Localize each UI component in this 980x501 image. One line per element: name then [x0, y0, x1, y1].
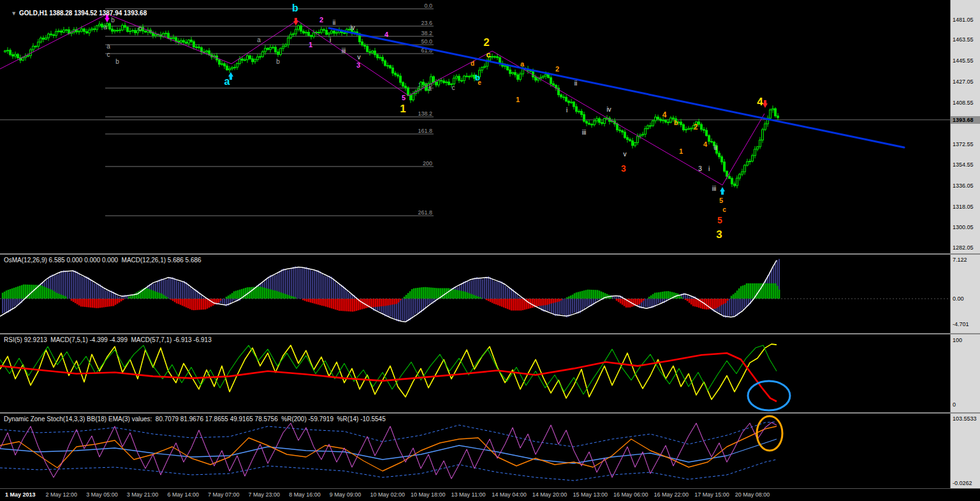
svg-text:50.0: 50.0 — [421, 38, 432, 45]
svg-text:23.6: 23.6 — [421, 20, 432, 26]
svg-text:161.8: 161.8 — [418, 128, 432, 134]
scale-label: 1282.05 — [953, 244, 974, 251]
wave-label: 5 — [717, 215, 722, 225]
wave-label: c — [486, 50, 490, 59]
wave-label: 2 — [555, 65, 559, 73]
scale-label: 1408.55 — [953, 100, 974, 106]
wave-label: ii — [333, 19, 335, 26]
wave-label: iv — [606, 106, 611, 113]
wave-label: iii — [342, 47, 346, 54]
svg-text:200: 200 — [423, 160, 432, 167]
wave-label: 1 — [679, 147, 683, 155]
scale-label: 100 — [953, 337, 962, 343]
wave-label: ii — [574, 80, 577, 87]
wave-label: 4 — [703, 140, 708, 148]
time-axis-label: 7 May 07:00 — [208, 491, 240, 498]
wave-label: 3 — [698, 165, 702, 172]
wave-label: c — [722, 206, 726, 213]
scale-label: 7.122 — [953, 257, 967, 263]
scale-label: 1318.05 — [953, 204, 974, 210]
panel-separator[interactable] — [0, 333, 980, 334]
highlight-ellipse-orange — [757, 416, 782, 451]
panel-separator[interactable] — [0, 253, 980, 255]
time-axis-label: 1 May 2013 — [5, 491, 36, 498]
wave-label: i — [566, 107, 567, 114]
time-axis-label: 14 May 20:00 — [532, 491, 567, 498]
scale-label: 1463.55 — [953, 36, 974, 43]
wave-label: v — [624, 151, 627, 158]
scale-label: 1300.05 — [953, 224, 974, 230]
wave-label: 3 — [716, 228, 722, 241]
time-axis-label: 13 May 11:00 — [451, 491, 486, 498]
sell-arrow-icon — [105, 15, 110, 22]
scale-label: -0.0262 — [953, 480, 972, 486]
price-scale[interactable]: 1481.051463.551445.551427.051408.551372.… — [950, 0, 980, 488]
wave-label: b — [276, 58, 280, 65]
time-axis-label: 16 May 22:00 — [654, 491, 689, 498]
scale-label: 1481.05 — [953, 17, 974, 23]
wave-label: c — [452, 84, 455, 91]
buy-arrow-icon — [720, 187, 725, 195]
time-axis-label: 20 May 08:00 — [735, 491, 770, 498]
time-axis-label: 2 May 12:00 — [46, 491, 78, 498]
scale-label: -4.701 — [953, 321, 969, 327]
wave-label: b — [292, 3, 298, 13]
time-axis-label: 16 May 06:00 — [613, 491, 648, 498]
time-axis-label: 6 May 14:00 — [167, 491, 199, 498]
svg-text:38.2: 38.2 — [421, 30, 432, 36]
time-axis-label: 7 May 23:00 — [249, 491, 281, 498]
wave-label: 4 — [384, 31, 389, 38]
wave-label: 5 — [719, 197, 723, 204]
scale-label: 0.00 — [953, 295, 964, 302]
chart-canvas[interactable]: 0.023.638.250.061.8100.0138.2161.8200261… — [0, 0, 950, 488]
wave-label: 2 — [694, 123, 698, 131]
time-axis-label: 8 May 16:00 — [289, 491, 321, 498]
time-axis-label: 15 May 13:00 — [573, 491, 608, 498]
wave-label: a — [257, 36, 261, 43]
scale-label: 1336.05 — [953, 183, 974, 189]
sell-arrow-icon — [293, 18, 298, 26]
scale-label: 1354.55 — [953, 161, 974, 168]
scale-label: 1372.55 — [953, 141, 974, 147]
wave-label: c — [138, 25, 142, 32]
wave-label: i — [330, 36, 331, 43]
svg-text:261.8: 261.8 — [418, 209, 432, 216]
time-axis-label: 10 May 18:00 — [411, 491, 446, 498]
wave-label: iv — [350, 24, 355, 31]
wave-label: b — [674, 119, 678, 126]
wave-label: 5 — [402, 94, 406, 101]
time-axis-label: 14 May 04:00 — [492, 491, 527, 498]
scale-label: 103.5533 — [953, 415, 977, 422]
wave-label: b — [115, 58, 119, 65]
time-scale[interactable]: 1 May 20132 May 12:003 May 05:003 May 21… — [0, 488, 980, 501]
wave-label: d — [471, 60, 474, 67]
wave-label: 1 — [400, 103, 406, 115]
svg-text:138.2: 138.2 — [418, 110, 432, 117]
scale-label: 1427.05 — [953, 79, 974, 85]
wave-label: a — [428, 85, 432, 92]
wave-label: 2 — [483, 36, 489, 49]
wave-label: a — [224, 76, 230, 87]
wave-label: iii — [712, 185, 717, 192]
time-axis-label: 10 May 02:00 — [370, 491, 405, 498]
sell-arrow-icon — [763, 100, 768, 108]
wave-label: a — [520, 60, 525, 68]
current-price-tag: 1393.68 — [951, 116, 980, 124]
panel-separator[interactable] — [0, 412, 980, 414]
scale-label: 1445.55 — [953, 57, 974, 64]
svg-text:0.0: 0.0 — [424, 3, 432, 9]
wave-label: 3 — [356, 61, 360, 69]
wave-label: c — [107, 51, 110, 58]
wave-label: iii — [582, 129, 587, 136]
time-axis-label: 3 May 05:00 — [86, 491, 118, 498]
wave-label: 1 — [516, 96, 520, 103]
mt4-chart-window: 0.023.638.250.061.8100.0138.2161.8200261… — [0, 0, 980, 501]
wave-label: v — [358, 54, 361, 61]
time-axis-label: 17 May 15:00 — [694, 491, 729, 498]
wave-label: a — [103, 24, 107, 31]
wave-label: a — [106, 43, 110, 50]
wave-label: 4 — [757, 96, 763, 108]
time-axis-label: 3 May 21:00 — [127, 491, 159, 498]
wave-label: 3 — [621, 163, 626, 174]
wave-label: ii — [714, 144, 717, 151]
